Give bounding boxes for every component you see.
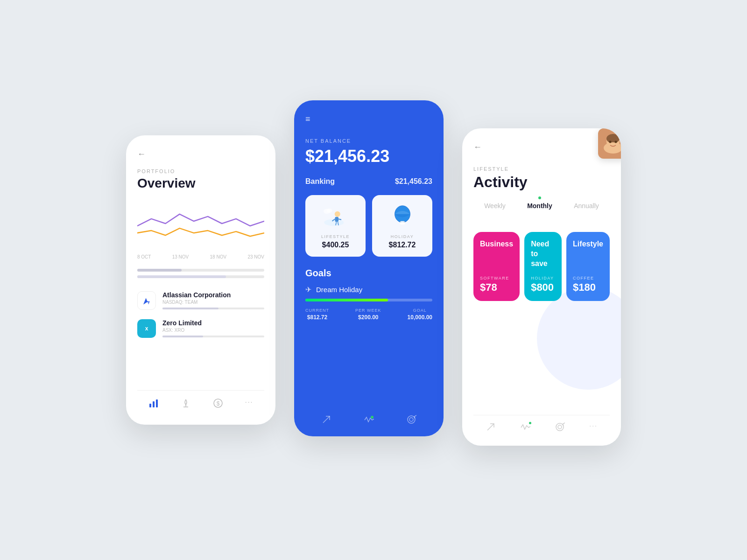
nav-dollar-icon[interactable]: $ bbox=[213, 398, 223, 411]
back-button-activity[interactable]: ← bbox=[473, 142, 610, 152]
tab-annually[interactable]: Annually bbox=[574, 200, 599, 211]
atlassian-bar-bg bbox=[162, 308, 264, 309]
svg-line-39 bbox=[563, 424, 564, 426]
svg-rect-3 bbox=[153, 401, 155, 407]
progress-bar-bg-1 bbox=[137, 269, 264, 272]
stock-item-atlassian[interactable]: Atlassian Corporation NASDAQ: TEAM bbox=[137, 291, 264, 310]
svg-point-26 bbox=[409, 418, 413, 421]
nav-send-icon-white[interactable] bbox=[486, 422, 496, 434]
nav-more-icon-white[interactable]: ··· bbox=[589, 422, 598, 434]
goal-item-holiday[interactable]: ✈ Dream Holiday bbox=[305, 285, 432, 294]
svg-rect-11 bbox=[335, 217, 338, 222]
svg-line-27 bbox=[414, 415, 416, 417]
holiday-illustration bbox=[388, 203, 416, 231]
business-card-sub: SOFTWARE bbox=[480, 276, 513, 280]
svg-text:$: $ bbox=[216, 400, 219, 407]
bg-circle-decoration bbox=[537, 287, 621, 390]
svg-point-17 bbox=[326, 209, 332, 213]
activity-section-label: LIFESTYLE bbox=[473, 166, 610, 172]
lifestyle-activity-card[interactable]: Lifestyle COFFEE $180 bbox=[566, 232, 610, 301]
nav-activity-icon-white[interactable] bbox=[520, 422, 530, 434]
goal-stats: CURRENT $812.72 PER WEEK $200.00 GOAL 10… bbox=[305, 308, 432, 321]
phone-portfolio: ← PORTFOLIO Overview 8 OCT 13 NOV 18 NOV… bbox=[126, 135, 275, 425]
nav-activity-icon[interactable] bbox=[364, 414, 374, 427]
tab-monthly[interactable]: Monthly bbox=[527, 200, 552, 211]
nav-download-icon[interactable] bbox=[181, 398, 191, 411]
lifestyle-amount: $400.25 bbox=[322, 241, 349, 249]
svg-point-24 bbox=[371, 416, 374, 419]
atlassian-info: Atlassian Corporation NASDAQ: TEAM bbox=[162, 291, 264, 309]
goal-airplane-icon: ✈ bbox=[305, 285, 311, 294]
save-card-amount: $800 bbox=[531, 281, 555, 294]
goal-name: Dream Holiday bbox=[316, 286, 362, 294]
svg-line-23 bbox=[323, 416, 330, 423]
xero-bar-fill bbox=[162, 336, 203, 337]
holiday-card[interactable]: HOLIDAY $812.72 bbox=[372, 195, 432, 257]
save-card-title: Need to save bbox=[531, 239, 555, 268]
active-tab-dot bbox=[538, 196, 541, 199]
business-card-amount: $78 bbox=[480, 281, 513, 294]
xero-logo: x bbox=[137, 319, 156, 338]
svg-line-35 bbox=[487, 424, 494, 430]
banking-amount: $21,456.23 bbox=[395, 177, 432, 186]
progress-bar-fill-1 bbox=[137, 269, 182, 272]
bottom-nav-activity: ··· bbox=[473, 415, 610, 434]
svg-rect-2 bbox=[149, 404, 151, 407]
phone-activity: ← LIFESTYLE Activity bbox=[462, 128, 621, 446]
page-title: Overview bbox=[137, 176, 264, 191]
lifestyle-activity-title: Lifestyle bbox=[573, 239, 603, 249]
activity-title: Activity bbox=[473, 174, 610, 191]
atlassian-name: Atlassian Corporation bbox=[162, 291, 264, 299]
banking-label: Banking bbox=[305, 177, 335, 186]
svg-point-31 bbox=[606, 134, 620, 143]
chart-labels: 8 OCT 13 NOV 18 NOV 23 NOV bbox=[137, 254, 264, 259]
user-avatar bbox=[598, 128, 621, 159]
tab-weekly[interactable]: Weekly bbox=[484, 200, 506, 211]
atlassian-logo bbox=[137, 291, 156, 310]
back-button[interactable]: ← bbox=[137, 149, 264, 159]
net-balance-amount: $21,456.23 bbox=[305, 147, 432, 166]
xero-info: Zero Limited ASX: XRO bbox=[162, 319, 264, 337]
goals-title: Goals bbox=[305, 268, 432, 279]
chart-label-3: 18 NOV bbox=[210, 254, 227, 259]
banking-row: Banking $21,456.23 bbox=[305, 177, 432, 186]
stock-item-xero[interactable]: x Zero Limited ASX: XRO bbox=[137, 319, 264, 338]
progress-bar-fill-2 bbox=[137, 275, 226, 278]
nav-target-icon-white[interactable] bbox=[555, 422, 565, 434]
svg-line-28 bbox=[414, 417, 415, 418]
goal-stat-goal: GOAL 10,000.00 bbox=[408, 308, 432, 321]
spending-cards: LIFESTYLE $400.25 HOL bbox=[305, 195, 432, 257]
goal-progress-bg bbox=[305, 299, 432, 301]
svg-marker-1 bbox=[147, 301, 150, 304]
hamburger-menu[interactable]: ≡ bbox=[305, 114, 432, 124]
save-card-sub: HOLIDAY bbox=[531, 276, 555, 280]
xero-bar-bg bbox=[162, 336, 264, 337]
business-card-title: Business bbox=[480, 239, 513, 249]
atlassian-ticker: NASDAQ: TEAM bbox=[162, 300, 264, 305]
nav-chart-icon[interactable] bbox=[148, 398, 159, 411]
lifestyle-label: LIFESTYLE bbox=[321, 234, 350, 239]
save-card[interactable]: Need to save HOLIDAY $800 bbox=[524, 232, 562, 301]
activity-cards: Business SOFTWARE $78 Need to save HOLID… bbox=[473, 232, 610, 301]
business-card[interactable]: Business SOFTWARE $78 bbox=[473, 232, 520, 301]
period-tabs: Weekly Monthly Annually bbox=[473, 200, 610, 211]
lifestyle-illustration bbox=[322, 203, 350, 231]
svg-point-10 bbox=[334, 211, 340, 217]
nav-send-icon[interactable] bbox=[321, 414, 331, 427]
progress-bars bbox=[137, 269, 264, 282]
goal-stat-per-week: PER WEEK $200.00 bbox=[355, 308, 381, 321]
chart-label-2: 13 NOV bbox=[172, 254, 189, 259]
svg-point-34 bbox=[615, 141, 617, 143]
xero-name: Zero Limited bbox=[162, 319, 264, 327]
lifestyle-card[interactable]: LIFESTYLE $400.25 bbox=[305, 195, 366, 257]
svg-rect-4 bbox=[156, 399, 158, 407]
nav-target-icon[interactable] bbox=[406, 414, 416, 427]
svg-point-33 bbox=[609, 141, 612, 143]
nav-activity-dot bbox=[529, 422, 531, 424]
holiday-label: HOLIDAY bbox=[391, 234, 414, 239]
chart-label-4: 23 NOV bbox=[247, 254, 264, 259]
nav-more-icon[interactable]: ··· bbox=[245, 398, 254, 411]
chart-label-1: 8 OCT bbox=[137, 254, 151, 259]
lifestyle-activity-sub: COFFEE bbox=[573, 276, 603, 280]
chart-area bbox=[137, 200, 264, 247]
